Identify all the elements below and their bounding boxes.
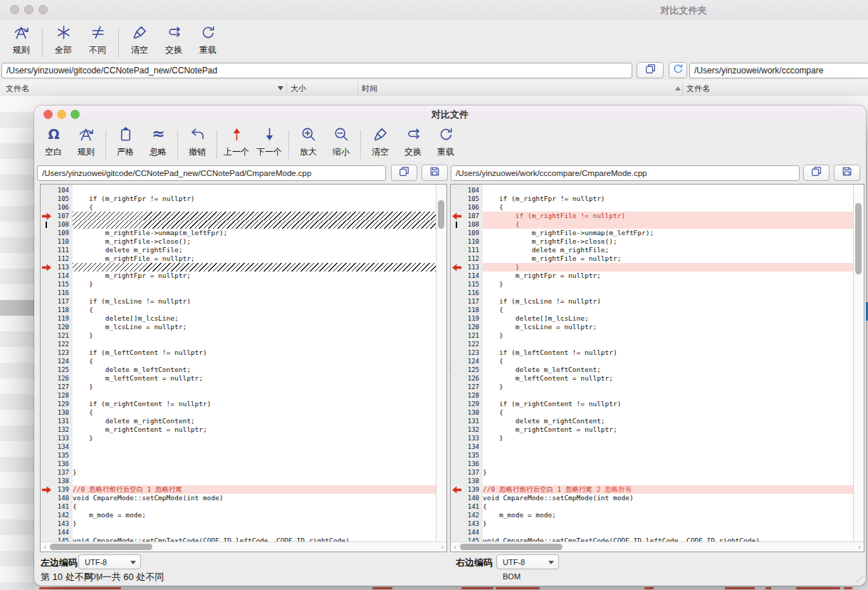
omega-button[interactable]: Ω空白 <box>37 126 70 158</box>
clipped-diff-row-fragment <box>496 587 540 589</box>
browse-file-icon <box>810 165 822 180</box>
code-line: } <box>483 468 853 477</box>
all-button[interactable]: 全部 <box>46 24 80 56</box>
code-line: { <box>73 306 436 314</box>
line-number: 142 <box>462 511 483 519</box>
scroll-up-icon[interactable] <box>675 86 681 90</box>
merge-right-arrow-icon[interactable] <box>41 485 52 494</box>
ignore-button[interactable]: ≈忽略 <box>142 126 174 158</box>
line-number: 123 <box>52 348 73 357</box>
left-code-body[interactable]: if (m_rightFpr != nullptr) { m_rightFile… <box>73 185 436 542</box>
window-title: 对比文件夹 <box>598 4 769 17</box>
left-file-browse-button[interactable] <box>391 165 417 181</box>
swap-button[interactable]: 交换 <box>157 24 191 56</box>
clean-button[interactable]: 清空 <box>364 126 397 158</box>
line-number: 142 <box>52 511 73 519</box>
swap-button[interactable]: 交换 <box>397 126 429 158</box>
right-vertical-scrollbar[interactable] <box>853 185 864 542</box>
minimize-button-inactive[interactable] <box>24 5 33 14</box>
line-number: 139 <box>52 485 73 494</box>
zoom-button-inactive[interactable] <box>38 5 48 14</box>
line-number: 145 <box>52 537 73 542</box>
code-line <box>483 460 853 468</box>
line-number: 107 <box>52 212 73 220</box>
clean-button[interactable]: 清空 <box>122 24 157 56</box>
column-filename-right[interactable]: 文件名 <box>686 83 710 94</box>
line-number: 138 <box>52 477 73 485</box>
clean-icon <box>372 126 389 145</box>
left-folder-browse-button[interactable] <box>637 62 664 78</box>
code-line: { <box>73 357 436 366</box>
rule-button[interactable]: 规则 <box>4 24 38 56</box>
column-filename[interactable]: 文件名 <box>6 83 29 94</box>
left-horizontal-scrollbar[interactable]: ‹ › <box>41 542 446 552</box>
left-file-path-input[interactable] <box>37 165 386 181</box>
scroll-right-icon[interactable]: › <box>438 543 446 552</box>
file-compare-titlebar[interactable]: 对比文件 <box>34 105 866 123</box>
code-line: delete m_rightFile; <box>73 246 436 254</box>
right-code-pane[interactable]: 1041051061071081091101111121131141151161… <box>450 184 864 552</box>
line-number: 137 <box>462 468 483 477</box>
scroll-right-icon[interactable]: › <box>855 543 864 552</box>
code-line: void CmpareMode::setCmpMode(int mode) <box>483 494 853 502</box>
zoom-in-icon <box>300 126 317 145</box>
close-button-inactive[interactable] <box>10 5 19 14</box>
toolbar-button-label: 上一个 <box>224 146 249 158</box>
left-encoding-select[interactable]: UTF-8 BOM <box>78 554 141 569</box>
column-size[interactable]: 大小 <box>291 83 306 94</box>
code-line: if (m_lcsLine != nullptr) <box>483 297 853 306</box>
line-number: 140 <box>52 494 73 502</box>
code-line: void CmpareMode::setCmpTextCode(CODE_ID … <box>73 537 436 542</box>
clipped-diff-row-fragment <box>796 587 840 589</box>
left-vertical-scrollbar[interactable] <box>436 185 446 542</box>
scroll-left-icon[interactable]: ‹ <box>451 543 459 552</box>
toolbar-separator <box>42 28 43 58</box>
prev-button[interactable]: 上一个 <box>220 126 253 158</box>
line-number: 141 <box>462 502 483 511</box>
line-number: 105 <box>52 195 73 203</box>
reload-button[interactable]: 重载 <box>191 24 225 56</box>
left-code-pane[interactable]: 1041051061071081091101111121131141151161… <box>40 184 447 552</box>
svg-text:Ω: Ω <box>48 126 59 142</box>
toolbar-button-label: 缩小 <box>333 146 350 158</box>
zoom-out-button[interactable]: 缩小 <box>325 126 357 158</box>
zoom-in-button[interactable]: 放大 <box>292 126 325 158</box>
code-line: } <box>73 383 436 391</box>
line-number: 125 <box>52 366 73 374</box>
left-file-save-button[interactable] <box>422 165 448 181</box>
right-file-path-input[interactable] <box>451 165 800 181</box>
merge-left-arrow-icon[interactable] <box>451 485 462 494</box>
code-line: m_mode = mode; <box>73 511 436 519</box>
code-line <box>73 186 436 195</box>
scroll-left-icon[interactable]: ‹ <box>41 543 49 552</box>
sort-desc-icon[interactable] <box>278 86 283 90</box>
right-horizontal-scrollbar[interactable]: ‹ › <box>451 542 864 552</box>
merge-right-arrow-icon[interactable] <box>41 212 52 220</box>
left-merge-gutter <box>41 185 52 542</box>
line-number: 134 <box>462 442 483 451</box>
column-time[interactable]: 时间 <box>362 83 377 94</box>
line-number: 127 <box>462 383 483 391</box>
right-file-browse-button[interactable] <box>803 165 830 181</box>
merge-right-arrow-icon[interactable] <box>41 263 52 271</box>
not-equal-button[interactable]: 不同 <box>80 24 115 56</box>
rule-button[interactable]: 规则 <box>70 126 103 158</box>
resize-grip[interactable] <box>856 576 863 583</box>
reload-icon <box>200 24 216 43</box>
right-encoding-select[interactable]: UTF-8 BOM <box>496 554 559 569</box>
strict-button[interactable]: 严格 <box>109 126 142 158</box>
code-line: } <box>73 434 436 442</box>
right-folder-path-input[interactable] <box>689 63 868 78</box>
code-line: delete[]m_lcsLine; <box>73 314 436 323</box>
merge-left-arrow-icon[interactable] <box>451 212 462 220</box>
reload-button[interactable]: 重载 <box>429 126 462 158</box>
diff-block-tick <box>41 220 52 229</box>
right-file-save-button[interactable] <box>834 165 860 181</box>
folder-refresh-button[interactable] <box>669 62 687 78</box>
merge-left-arrow-icon[interactable] <box>451 263 462 271</box>
next-button[interactable]: 下一个 <box>253 126 286 158</box>
right-code-body[interactable]: if (m_rightFpr != nullptr) { if (m_right… <box>483 185 853 542</box>
undo-button[interactable]: 撤销 <box>181 126 214 158</box>
browse-folder-icon <box>644 63 657 78</box>
left-folder-path-input[interactable] <box>1 63 632 78</box>
